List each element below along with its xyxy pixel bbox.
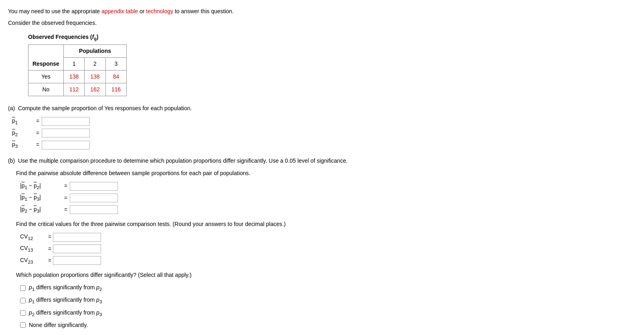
abs12-row: |p1 − p2| = — [20, 182, 636, 191]
p1-input[interactable] — [42, 117, 90, 126]
p3-input[interactable] — [42, 141, 90, 149]
cv12-label: CV12 — [20, 232, 48, 242]
response-header: Response — [28, 45, 64, 71]
table-title: Observed Frequencies (fij) — [28, 33, 636, 42]
intro-line1: You may need to use the appropriate appe… — [8, 7, 636, 16]
p2-input[interactable] — [42, 129, 90, 137]
p2-label: p2 — [12, 129, 36, 138]
populations-header: Populations — [63, 45, 126, 58]
part-a-letter: (a) — [8, 105, 15, 111]
cv23-row: CV23 = — [20, 256, 636, 265]
table-section: Observed Frequencies (fij) Response Popu… — [28, 33, 636, 96]
p1-label: p1 — [12, 117, 36, 126]
consider-text: Consider the observed frequencies. — [8, 19, 636, 27]
abs13-row: |p1 − p3| = — [20, 193, 636, 202]
col-header-2: 2 — [85, 58, 105, 71]
abs23-eq: = — [64, 206, 67, 214]
pairwise-diff-section: Find the pairwise absolute difference be… — [16, 169, 636, 214]
col-header-3: 3 — [105, 58, 126, 71]
cv23-eq: = — [48, 256, 51, 265]
cell-no-2: 162 — [85, 83, 105, 96]
p3-eq: = — [36, 141, 39, 149]
p1-eq: = — [36, 117, 39, 125]
cell-no-1: 112 — [63, 83, 84, 96]
part-b-letter: (b) — [8, 157, 15, 164]
abs23-label: |p2 − p3| — [20, 205, 64, 214]
p3-label: p3 — [12, 140, 36, 149]
abs12-label: |p1 − p2| — [20, 182, 64, 191]
technology-link[interactable]: technology — [146, 8, 173, 14]
part-a: (a) Compute the sample proportion of Yes… — [8, 104, 636, 149]
abs13-eq: = — [64, 194, 67, 202]
cv-desc: Find the critical values for the three p… — [16, 220, 636, 228]
abs12-input[interactable] — [70, 182, 118, 191]
row-label-yes: Yes — [28, 71, 64, 83]
checkbox-p2-p3[interactable] — [20, 310, 26, 316]
abs23-row: |p2 − p3| = — [20, 205, 636, 214]
cv23-input[interactable] — [53, 256, 101, 265]
cv13-label: CV13 — [20, 244, 48, 253]
abs13-label: |p1 − p3| — [20, 193, 64, 202]
checkbox-row-4: None differ significantly. — [20, 321, 636, 329]
col-header-1: 1 — [63, 58, 84, 71]
cv13-input[interactable] — [53, 244, 101, 253]
checkbox-p1-p2[interactable] — [20, 285, 26, 291]
cv13-row: CV13 = — [20, 244, 636, 253]
abs23-input[interactable] — [70, 205, 118, 214]
part-b-header: (b) Use the multiple comparison procedur… — [8, 157, 636, 165]
abs13-input[interactable] — [70, 194, 118, 202]
cell-yes-1: 138 — [63, 71, 84, 83]
checkbox-label-p1-p2: p1 differs significantly from p2 — [29, 283, 102, 293]
cell-yes-2: 138 — [85, 71, 105, 83]
checkbox-section: Which population proportions differ sign… — [16, 271, 636, 329]
cv12-eq: = — [48, 233, 51, 241]
checkbox-row-2: p1 differs significantly from p3 — [20, 296, 636, 305]
abs12-eq: = — [64, 182, 67, 190]
cell-yes-3: 84 — [105, 71, 126, 83]
cv-section: Find the critical values for the three p… — [16, 220, 636, 265]
cv13-eq: = — [48, 245, 51, 253]
table-row-yes: Yes 138 138 84 — [28, 71, 127, 83]
checkbox-row-3: p2 differs significantly from p3 — [20, 309, 636, 318]
p1-row: p1 = — [12, 117, 636, 126]
checkbox-row-1: p1 differs significantly from p2 — [20, 283, 636, 293]
cv12-input[interactable] — [53, 233, 101, 242]
checkbox-p1-p3[interactable] — [20, 298, 26, 303]
part-a-header: (a) Compute the sample proportion of Yes… — [8, 104, 636, 113]
checkbox-label-p1-p3: p1 differs significantly from p3 — [29, 296, 102, 305]
appendix-table-link[interactable]: appendix table — [101, 8, 138, 14]
p3-row: p3 = — [12, 140, 636, 149]
checkbox-label-p2-p3: p2 differs significantly from p3 — [29, 309, 102, 318]
row-label-no: No — [28, 83, 64, 96]
cv12-row: CV12 = — [20, 232, 636, 242]
table-row-no: No 112 162 116 — [28, 83, 127, 96]
checkbox-none[interactable] — [20, 322, 26, 328]
cell-no-3: 116 — [105, 83, 126, 96]
checkbox-label-none: None differ significantly. — [29, 321, 88, 329]
observed-frequencies-table: Response Populations 1 2 3 Yes 138 138 8… — [28, 44, 127, 96]
p2-eq: = — [36, 129, 39, 137]
pairwise-desc: Find the pairwise absolute difference be… — [16, 169, 636, 178]
cv23-label: CV23 — [20, 256, 48, 265]
checkbox-question: Which population proportions differ sign… — [16, 271, 636, 279]
part-b: (b) Use the multiple comparison procedur… — [8, 157, 636, 329]
p2-row: p2 = — [12, 129, 636, 138]
